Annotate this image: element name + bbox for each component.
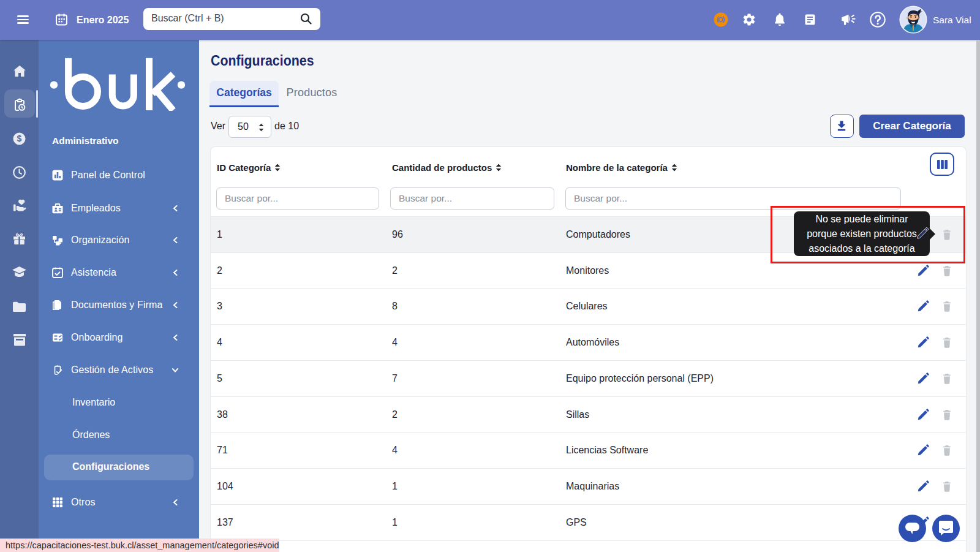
svg-text:$: $ bbox=[17, 134, 22, 143]
